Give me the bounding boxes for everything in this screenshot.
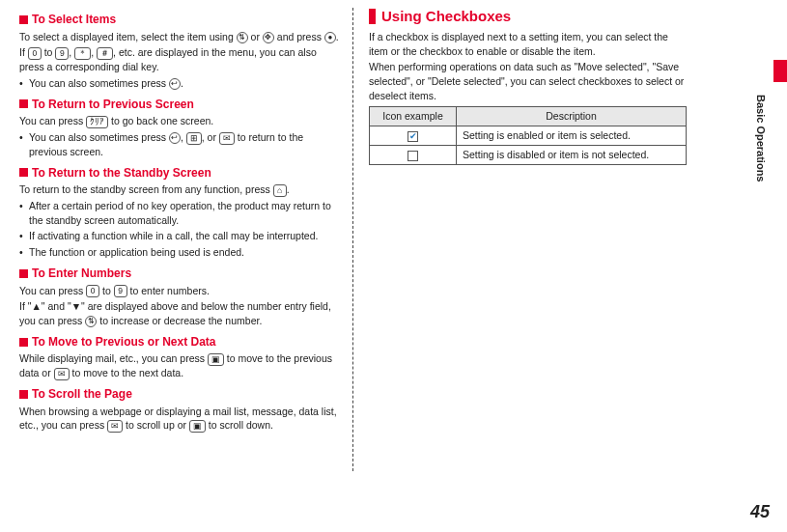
text: to go back one screen.	[108, 115, 213, 126]
text: to scroll down.	[206, 419, 273, 431]
text: The function or application being used i…	[29, 245, 341, 260]
key-cam-icon: ▣	[189, 420, 206, 433]
bullet-square-icon	[19, 269, 28, 278]
text: , or	[202, 131, 219, 143]
section-move-data-head: To Move to Previous or Next Data	[19, 334, 341, 350]
back-key-icon: ↩	[169, 78, 181, 90]
section-select-items-head: To Select Items	[19, 12, 341, 28]
paragraph: If 0 to 9, ＊, ＃, etc. are displayed in t…	[19, 45, 341, 73]
text: .	[336, 31, 339, 42]
text: You can press	[19, 285, 86, 296]
paragraph: When browsing a webpage or displaying a …	[19, 405, 341, 433]
bullet-item: •After a certain period of no key operat…	[19, 199, 341, 227]
icon-cell	[370, 126, 457, 146]
key-end-icon: ⌂	[273, 184, 287, 197]
paragraph: You can press ｸﾘｱ to go back one screen.	[19, 114, 341, 128]
table-row: Setting is enabled or item is selected.	[370, 126, 687, 146]
text: to scroll up or	[123, 419, 189, 431]
text: and press	[274, 31, 324, 42]
bullet-square-icon	[19, 99, 28, 108]
key-hash-icon: ＃	[97, 47, 113, 60]
section-title: To Return to Previous Screen	[32, 97, 194, 113]
text: or	[248, 31, 263, 42]
text: ,	[181, 131, 186, 143]
right-column: Using Checkboxes If a checkbox is displa…	[353, 6, 687, 471]
text: While displaying mail, etc., you can pre…	[19, 352, 208, 364]
text: .	[287, 183, 290, 195]
paragraph: To select a displayed item, select the i…	[19, 30, 341, 44]
key-clear-icon: ｸﾘｱ	[86, 116, 108, 128]
text: If activating a function while in a call…	[29, 229, 341, 243]
text: You can also sometimes press ↩, ⊞, or ✉ …	[29, 130, 341, 158]
bullet-bar-icon	[369, 9, 376, 24]
key-cam-icon: ▣	[208, 353, 224, 366]
text: to enter numbers.	[127, 285, 210, 296]
checkbox-description-table: Icon example Description Setting is enab…	[369, 106, 687, 164]
bullet-dot-icon: •	[19, 76, 29, 91]
text: .	[181, 77, 183, 89]
section-scroll-page-head: To Scroll the Page	[19, 386, 341, 403]
bullet-item: •If activating a function while in a cal…	[19, 229, 341, 243]
table-header-row: Icon example Description	[370, 107, 687, 126]
key-app-icon: ⊞	[186, 132, 202, 145]
section-return-prev-head: To Return to Previous Screen	[19, 97, 341, 113]
paragraph: While displaying mail, etc., you can pre…	[19, 351, 341, 379]
bullet-item: •The function or application being used …	[19, 245, 341, 260]
bullet-dot-icon: •	[19, 199, 29, 227]
text: You can also sometimes press ↩.	[29, 76, 341, 91]
bullet-item: • You can also sometimes press ↩, ⊞, or …	[19, 130, 341, 158]
text: After a certain period of no key operati…	[29, 199, 341, 227]
side-chapter-label: Basic Operations	[753, 95, 768, 182]
section-title: To Select Items	[32, 12, 116, 28]
table-header: Description	[457, 107, 687, 126]
key-mail-icon: ✉	[54, 368, 70, 380]
section-checkboxes-head: Using Checkboxes	[369, 6, 687, 26]
key-mail-icon: ✉	[219, 132, 235, 145]
text: to increase or decrease the number.	[97, 315, 262, 326]
text: You can press	[19, 115, 86, 126]
bullet-square-icon	[19, 390, 28, 399]
text: to move to the next data.	[70, 367, 184, 378]
text: To select a displayed item, select the i…	[19, 31, 237, 42]
nav-ring-icon: ⇅	[85, 316, 97, 327]
section-title: To Enter Numbers	[32, 266, 131, 282]
checkbox-checked-icon	[408, 131, 418, 142]
text: To return to the standby screen from any…	[19, 183, 273, 195]
multi-key-icon: ✥	[263, 32, 274, 43]
left-column: To Select Items To select a displayed it…	[19, 6, 352, 471]
paragraph: To return to the standby screen from any…	[19, 182, 341, 197]
text: to	[99, 285, 114, 296]
page-tab-icon	[773, 60, 787, 82]
key-9-icon: 9	[55, 47, 69, 60]
section-title: Using Checkboxes	[381, 6, 511, 26]
bullet-dot-icon: •	[19, 130, 29, 158]
section-enter-numbers-head: To Enter Numbers	[19, 266, 341, 282]
icon-cell	[370, 145, 457, 164]
key-mail-icon: ✉	[107, 420, 123, 433]
key-0-icon: 0	[28, 47, 42, 60]
key-star-icon: ＊	[74, 47, 91, 60]
paragraph: You can press 0 to 9 to enter numbers.	[19, 284, 341, 298]
text: to	[42, 46, 56, 58]
section-title: To Move to Previous or Next Data	[32, 334, 215, 350]
section-title: To Return to the Standby Screen	[32, 165, 211, 182]
bullet-dot-icon: •	[19, 245, 29, 260]
paragraph: If a checkbox is displayed next to a set…	[369, 30, 687, 58]
bullet-square-icon	[19, 338, 28, 347]
table-header: Icon example	[370, 107, 457, 126]
paragraph: When performing operations on data such …	[369, 60, 687, 102]
key-0-icon: 0	[86, 285, 99, 297]
description-cell: Setting is enabled or item is selected.	[457, 126, 687, 146]
bullet-dot-icon: •	[19, 229, 29, 243]
bullet-item: • You can also sometimes press ↩.	[19, 76, 341, 91]
center-key-icon: ●	[324, 32, 336, 43]
bullet-square-icon	[19, 15, 28, 24]
text: You can also sometimes press	[29, 77, 169, 89]
bullet-square-icon	[19, 168, 28, 177]
paragraph: If "▲" and "▼" are displayed above and b…	[19, 299, 341, 327]
back-key-icon: ↩	[169, 132, 181, 144]
nav-ring-icon: ⇅	[237, 32, 248, 43]
key-9-icon: 9	[114, 285, 127, 297]
description-cell: Setting is disabled or item is not selec…	[457, 145, 687, 164]
table-row: Setting is disabled or item is not selec…	[370, 145, 687, 164]
